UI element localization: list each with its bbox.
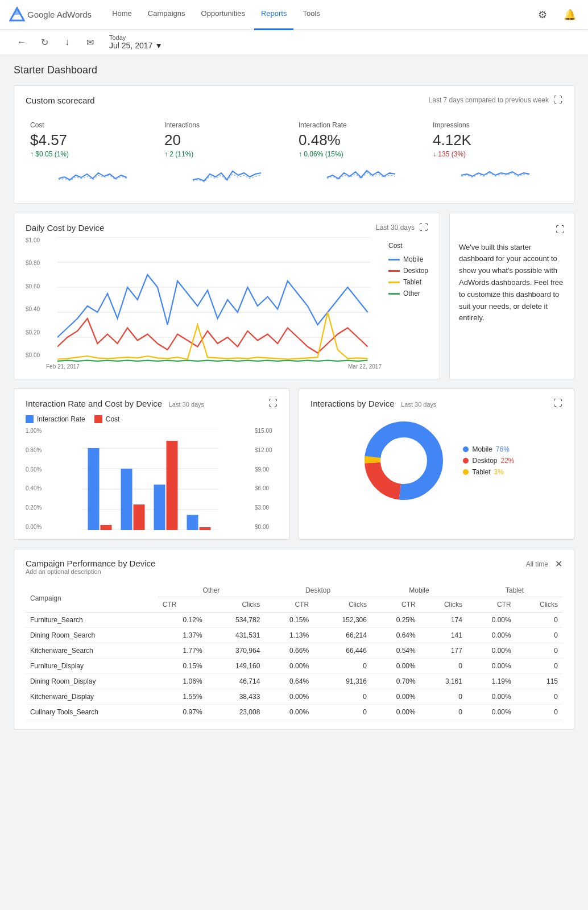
td-desktop-ctr: 1.13%	[264, 628, 313, 643]
y-label-6: $0.00	[26, 352, 46, 358]
th-tablet-clicks: Clicks	[516, 597, 562, 613]
svg-rect-18	[154, 485, 165, 530]
daily-cost-section: Daily Cost by Device Last 30 days ⛶ $1.0…	[14, 213, 574, 379]
date-display: Jul 25, 2017	[109, 41, 152, 50]
irc-svg: Tablet Desktop Mobile Other	[48, 428, 252, 530]
td-mobile-ctr: 0.54%	[371, 643, 420, 659]
page-title: Starter Dashboard	[14, 64, 574, 76]
ibd-tablet-dot	[463, 469, 469, 475]
campaign-table-title-group: Campaign Performance by Device Add an op…	[26, 559, 155, 582]
daily-cost-header: Daily Cost by Device Last 30 days ⛶	[26, 222, 428, 237]
table-row: Dining Room_Search 1.37% 431,531 1.13% 6…	[26, 628, 562, 643]
irc-y-left-3: 0.60%	[26, 466, 46, 473]
th-mobile-ctr: CTR	[371, 597, 420, 613]
ibd-desktop-pct: 22%	[501, 457, 515, 465]
irc-title: Interaction Rate and Cost by Device	[26, 399, 162, 408]
td-tablet-clicks: 0	[516, 705, 562, 720]
irc-header: Interaction Rate and Cost by Device Last…	[26, 398, 278, 408]
ibd-tablet-pct: 3%	[494, 468, 504, 476]
legend-desktop: Desktop	[388, 267, 428, 275]
daily-cost-subtitle: Last 30 days	[376, 224, 415, 231]
ibd-desktop-dot	[463, 458, 469, 464]
td-campaign: Furniture_Display	[26, 659, 158, 674]
nav-links: Home Campaigns Opportunities Reports Too…	[105, 0, 533, 30]
irc-y-right-2: $12.00	[255, 447, 278, 453]
irc-rate-color	[26, 415, 34, 423]
ibd-mobile-pct: 76%	[496, 445, 510, 453]
legend-tablet-label: Tablet	[403, 278, 421, 286]
scorecard-title: Custom scorecard	[26, 96, 95, 105]
scorecard-card: Custom scorecard Last 7 days compared to…	[14, 85, 574, 204]
campaign-table-desc: Add an optional description	[26, 568, 155, 575]
td-desktop-clicks: 0	[313, 689, 371, 705]
irc-subtitle: Last 30 days	[169, 401, 204, 408]
y-axis-labels: $1.00 $0.80 $0.60 $0.40 $0.20 $0.00	[26, 237, 46, 358]
td-other-ctr: 1.55%	[158, 689, 207, 705]
legend-desktop-line	[388, 270, 400, 272]
nav-reports[interactable]: Reports	[254, 0, 294, 30]
ibd-title-group: Interactions by Device Last 30 days	[310, 399, 437, 408]
expand-scorecard-icon[interactable]: ⛶	[553, 95, 562, 105]
td-other-ctr: 0.12%	[158, 613, 207, 628]
today-label: Today	[109, 34, 163, 41]
irc-legend: Interaction Rate Cost	[26, 415, 278, 423]
td-tablet-clicks: 0	[516, 689, 562, 705]
email-button[interactable]: ✉	[82, 34, 98, 50]
ibd-tablet-legend: Tablet 3%	[463, 468, 514, 476]
nav-opportunities[interactable]: Opportunities	[194, 0, 252, 30]
td-other-ctr: 1.06%	[158, 674, 207, 689]
irc-legend-cost: Cost	[94, 415, 120, 423]
ibd-subtitle: Last 30 days	[401, 401, 436, 408]
notifications-icon[interactable]: 🔔	[561, 6, 579, 24]
expand-info-icon[interactable]: ⛶	[556, 222, 565, 237]
irc-y-right-6: $0.00	[255, 524, 278, 530]
td-campaign: Dining Room_Display	[26, 674, 158, 689]
y-label-1: $1.00	[26, 237, 46, 243]
td-other-clicks: 534,782	[207, 613, 265, 628]
interaction-rate-change: ↑ 0.06% (15%)	[299, 150, 424, 158]
nav-home[interactable]: Home	[105, 0, 139, 30]
ibd-mobile-label: Mobile	[472, 445, 492, 453]
td-mobile-ctr: 0.00%	[371, 705, 420, 720]
ibd-legend: Mobile 76% Desktop 22% Tablet 3%	[463, 441, 514, 481]
td-campaign: Kitchenware_Display	[26, 689, 158, 705]
td-mobile-ctr: 0.70%	[371, 674, 420, 689]
daily-cost-chart-wrapper: $1.00 $0.80 $0.60 $0.40 $0.20 $0.00	[26, 237, 428, 370]
scorecard-subtitle: Last 7 days compared to previous week	[429, 96, 549, 104]
daily-cost-legend: Cost Mobile Desktop Tablet	[388, 237, 428, 370]
campaign-table: Campaign Other Desktop Mobile Tablet CTR…	[26, 584, 562, 720]
table-row: Kitchenware_Search 1.77% 370,964 0.66% 6…	[26, 643, 562, 659]
interactions-by-device-card: Interactions by Device Last 30 days ⛶	[299, 388, 574, 540]
td-mobile-clicks: 0	[420, 659, 467, 674]
settings-icon[interactable]: ⚙	[533, 6, 552, 24]
td-desktop-clicks: 0	[313, 659, 371, 674]
th-tablet: Tablet	[467, 584, 562, 597]
nav-tools[interactable]: Tools	[296, 0, 326, 30]
td-desktop-clicks: 152,306	[313, 613, 371, 628]
expand-ibd-icon[interactable]: ⛶	[553, 398, 562, 408]
irc-y-right: $15.00 $12.00 $9.00 $6.00 $3.00 $0.00	[252, 428, 278, 530]
campaign-table-card: Campaign Performance by Device Add an op…	[14, 549, 574, 730]
ibd-header: Interactions by Device Last 30 days ⛶	[310, 398, 562, 408]
svg-rect-14	[88, 448, 100, 530]
download-button[interactable]: ↓	[59, 34, 75, 50]
close-campaign-icon[interactable]: ✕	[555, 559, 562, 569]
interactions-value: 20	[164, 131, 289, 149]
table-row: Furniture_Display 0.15% 149,160 0.00% 0 …	[26, 659, 562, 674]
td-desktop-ctr: 0.64%	[264, 674, 313, 689]
refresh-button[interactable]: ↻	[36, 34, 52, 50]
td-tablet-ctr: 0.00%	[467, 689, 516, 705]
y-label-2: $0.80	[26, 260, 46, 266]
donut-chart	[358, 415, 449, 506]
nav-campaigns[interactable]: Campaigns	[141, 0, 192, 30]
cost-value: $4.57	[30, 131, 155, 149]
date-picker[interactable]: Jul 25, 2017 ▼	[109, 41, 163, 50]
expand-daily-cost-icon[interactable]: ⛶	[419, 222, 428, 233]
ibd-content: Mobile 76% Desktop 22% Tablet 3%	[310, 415, 562, 506]
td-campaign: Kitchenware_Search	[26, 643, 158, 659]
back-button[interactable]: ←	[14, 34, 30, 50]
expand-irc-icon[interactable]: ⛶	[268, 398, 278, 408]
adwords-logo-icon	[9, 7, 25, 23]
main-content: Starter Dashboard Custom scorecard Last …	[0, 55, 588, 748]
campaign-table-actions: All time ✕	[526, 559, 562, 569]
